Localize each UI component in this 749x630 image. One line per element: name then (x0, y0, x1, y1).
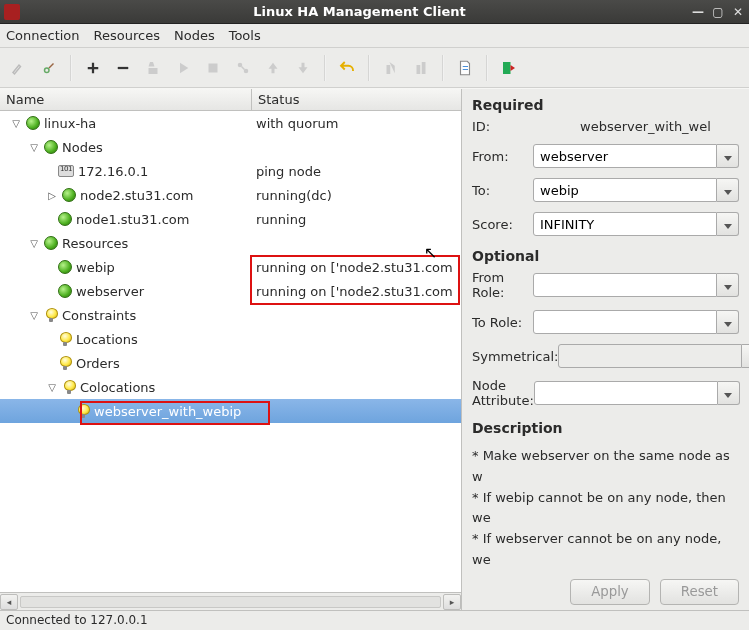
status-green-icon (58, 212, 72, 226)
maximize-button[interactable]: ▢ (711, 5, 725, 19)
tree-status: running on ['node2.stu31.com (252, 260, 461, 275)
dropdown-button[interactable] (717, 310, 739, 334)
col-name[interactable]: Name (0, 89, 252, 110)
status-green-icon (44, 236, 58, 250)
stop-icon[interactable] (200, 55, 226, 81)
exit-icon[interactable] (496, 55, 522, 81)
desc-line: * If webserver cannot be on any node, we (472, 529, 739, 571)
to-combo[interactable] (533, 178, 739, 202)
expander-icon[interactable]: ▽ (10, 117, 22, 129)
status-green-icon (58, 284, 72, 298)
col-status[interactable]: Status (252, 89, 461, 110)
horizontal-scrollbar[interactable]: ◂ ▸ (0, 592, 461, 610)
properties-panel: Required ID:webserver_with_wel From: To:… (462, 89, 749, 610)
scroll-track[interactable] (20, 596, 441, 608)
add-icon[interactable] (80, 55, 106, 81)
chevron-down-icon (724, 183, 732, 198)
from-role-combo[interactable] (533, 273, 739, 297)
chevron-down-icon (724, 315, 732, 330)
active-icon[interactable] (408, 55, 434, 81)
scroll-left-button[interactable]: ◂ (0, 594, 18, 610)
connect-icon[interactable] (6, 55, 32, 81)
expander-icon[interactable]: ▽ (28, 237, 40, 249)
label-to: To: (472, 183, 533, 198)
tree-label: node1.stu31.com (76, 212, 189, 227)
dropdown-button[interactable] (717, 178, 739, 202)
to-role-input[interactable] (533, 310, 717, 334)
score-input[interactable] (533, 212, 717, 236)
tree-status: with quorum (252, 116, 461, 131)
from-role-input[interactable] (533, 273, 717, 297)
section-description: Description (472, 420, 739, 436)
tree-status: running on ['node2.stu31.com (252, 284, 461, 299)
label-from-role: From Role: (472, 270, 533, 300)
score-combo[interactable] (533, 212, 739, 236)
tree-row-resource[interactable]: webip running on ['node2.stu31.com (0, 255, 461, 279)
from-input[interactable] (533, 144, 717, 168)
desc-line: * Make webserver on the same node as w (472, 446, 739, 488)
tree-row-locations[interactable]: Locations (0, 327, 461, 351)
expander-icon[interactable]: ▽ (46, 381, 58, 393)
close-button[interactable]: ✕ (731, 5, 745, 19)
tree-label: webserver_with_webip (94, 404, 241, 419)
expander-icon[interactable]: ▷ (46, 189, 58, 201)
disconnect-icon[interactable] (36, 55, 62, 81)
toolbar (0, 48, 749, 88)
tree-row-resource[interactable]: webserver running on ['node2.stu31.com (0, 279, 461, 303)
dropdown-button[interactable] (717, 273, 739, 297)
tree-row-orders[interactable]: Orders (0, 351, 461, 375)
tree-label: Locations (76, 332, 138, 347)
expander-icon[interactable]: ▽ (28, 141, 40, 153)
standby-icon[interactable] (378, 55, 404, 81)
menu-tools[interactable]: Tools (229, 28, 261, 43)
tree-row-colocations[interactable]: ▽Colocations (0, 375, 461, 399)
start-icon[interactable] (170, 55, 196, 81)
scroll-right-button[interactable]: ▸ (443, 594, 461, 610)
chevron-down-icon (724, 217, 732, 232)
symmetrical-combo[interactable] (558, 344, 749, 368)
tree-label: node2.stu31.com (80, 188, 193, 203)
bulb-icon (62, 380, 76, 394)
bulb-icon (58, 332, 72, 346)
app-icon (4, 4, 20, 20)
dropdown-button[interactable] (717, 212, 739, 236)
symmetrical-input[interactable] (558, 344, 742, 368)
tree-view[interactable]: ▽linux-ha with quorum ▽Nodes 172.16.0.1 … (0, 111, 461, 592)
tree-row-colocation-item[interactable]: webserver_with_webip (0, 399, 461, 423)
migrate-icon[interactable] (230, 55, 256, 81)
expander-icon[interactable]: ▽ (28, 309, 40, 321)
tree-row-constraints[interactable]: ▽Constraints (0, 303, 461, 327)
dropdown-button[interactable] (742, 344, 749, 368)
dropdown-button[interactable] (718, 381, 740, 405)
tree-row-root[interactable]: ▽linux-ha with quorum (0, 111, 461, 135)
menu-resources[interactable]: Resources (94, 28, 160, 43)
tree-row-resources[interactable]: ▽Resources (0, 231, 461, 255)
tree-row-node[interactable]: node1.stu31.com running (0, 207, 461, 231)
to-input[interactable] (533, 178, 717, 202)
up-icon[interactable] (260, 55, 286, 81)
down-icon[interactable] (290, 55, 316, 81)
to-role-combo[interactable] (533, 310, 739, 334)
window-title: Linux HA Management Client (28, 4, 691, 19)
remove-icon[interactable] (110, 55, 136, 81)
minimize-button[interactable]: — (691, 5, 705, 19)
menu-connection[interactable]: Connection (6, 28, 80, 43)
node-attr-combo[interactable] (534, 381, 740, 405)
tree-row-node[interactable]: ▷node2.stu31.com running(dc) (0, 183, 461, 207)
status-green-icon (58, 260, 72, 274)
apply-button[interactable]: Apply (570, 579, 650, 605)
tree-row-nodes[interactable]: ▽Nodes (0, 135, 461, 159)
chevron-down-icon (724, 278, 732, 293)
cleanup-icon[interactable] (140, 55, 166, 81)
reset-button[interactable]: Reset (660, 579, 739, 605)
svg-rect-6 (422, 62, 426, 74)
menu-nodes[interactable]: Nodes (174, 28, 215, 43)
node-attr-input[interactable] (534, 381, 718, 405)
from-combo[interactable] (533, 144, 739, 168)
tree-row-node[interactable]: 172.16.0.1 ping node (0, 159, 461, 183)
dropdown-button[interactable] (717, 144, 739, 168)
undo-icon[interactable] (334, 55, 360, 81)
bulb-icon (76, 404, 90, 418)
document-icon[interactable] (452, 55, 478, 81)
label-node-attr: Node Attribute: (472, 378, 534, 408)
